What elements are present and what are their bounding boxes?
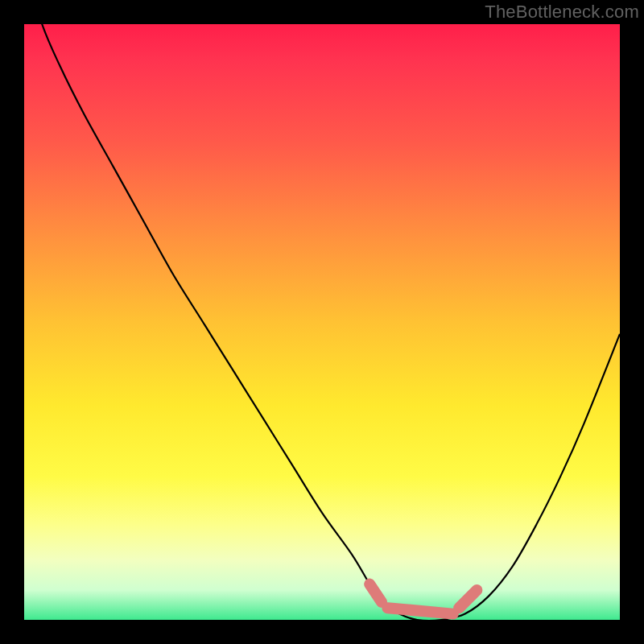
watermark-text: TheBottleneck.com [485,2,639,23]
optimal-range-marker [369,584,477,614]
bottleneck-curve [24,24,620,620]
plot-area [24,24,620,620]
chart-svg [24,24,620,620]
